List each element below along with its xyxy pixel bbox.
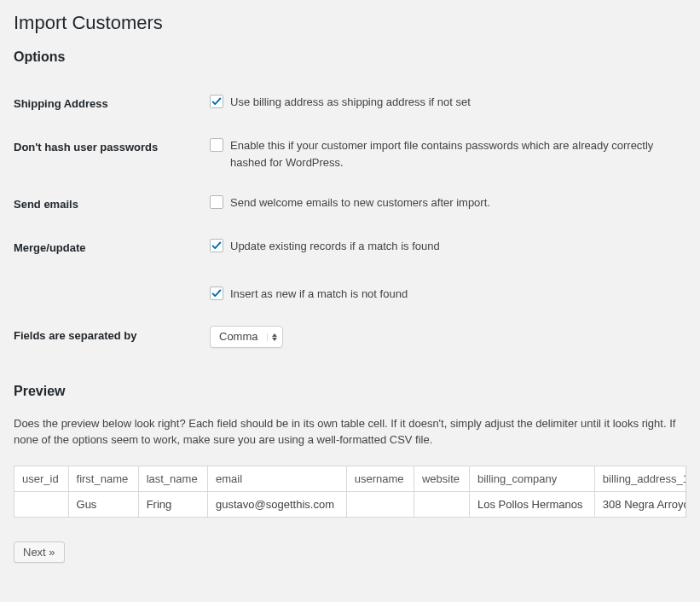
- table-cell: 308 Negra Arroyo Lane: [594, 491, 686, 517]
- emails-row-label: Send emails: [14, 182, 210, 226]
- separator-select-value: Comma: [211, 328, 267, 345]
- hash-checkbox[interactable]: [210, 138, 223, 152]
- table-header: billing_address_1: [594, 466, 686, 491]
- options-form: Shipping Address Use billing address as …: [14, 82, 686, 360]
- table-cell: [414, 491, 469, 517]
- table-cell: Gus: [68, 491, 138, 517]
- table-cell: Fring: [138, 491, 207, 517]
- table-cell: [346, 491, 414, 517]
- merge-insert-checkbox[interactable]: [210, 287, 223, 300]
- page-title: Import Customers: [14, 12, 686, 34]
- merge-update-checkbox[interactable]: [210, 239, 223, 252]
- shipping-checkbox-label[interactable]: Use billing address as shipping address …: [230, 94, 686, 111]
- table-header: billing_company: [469, 466, 594, 491]
- table-row: GusFringgustavo@sogetthis.comLos Pollos …: [14, 491, 687, 517]
- table-header: username: [346, 466, 414, 491]
- table-header: last_name: [138, 466, 207, 491]
- table-header: first_name: [68, 466, 138, 491]
- emails-checkbox-label[interactable]: Send welcome emails to new customers aft…: [230, 194, 686, 211]
- hash-checkbox-label[interactable]: Enable this if your customer import file…: [230, 137, 686, 171]
- table-header: email: [208, 466, 347, 491]
- merge-row-label: Merge/update: [14, 226, 210, 314]
- table-cell: gustavo@sogetthis.com: [208, 491, 347, 517]
- separator-select[interactable]: Comma: [210, 326, 283, 348]
- preview-table-container: user_idfirst_namelast_nameemailusernamew…: [14, 466, 686, 518]
- shipping-row-label: Shipping Address: [14, 82, 210, 125]
- table-header: website: [414, 466, 469, 491]
- options-heading: Options: [14, 49, 686, 65]
- emails-checkbox[interactable]: [210, 195, 223, 209]
- hash-row-label: Don't hash user passwords: [14, 125, 210, 182]
- merge-update-label[interactable]: Update existing records if a match is fo…: [230, 238, 686, 255]
- preview-description: Does the preview below look right? Each …: [14, 416, 686, 449]
- table-header: user_id: [14, 466, 69, 491]
- preview-table: user_idfirst_namelast_nameemailusernamew…: [14, 466, 686, 518]
- preview-heading: Preview: [14, 384, 686, 399]
- merge-insert-label[interactable]: Insert as new if a match is not found: [230, 286, 686, 303]
- shipping-checkbox[interactable]: [210, 95, 223, 108]
- table-cell: [14, 491, 69, 517]
- select-stepper-icon: [267, 333, 282, 341]
- separator-row-label: Fields are separated by: [14, 314, 210, 360]
- table-cell: Los Pollos Hermanos: [469, 491, 594, 517]
- next-button[interactable]: Next »: [14, 541, 65, 563]
